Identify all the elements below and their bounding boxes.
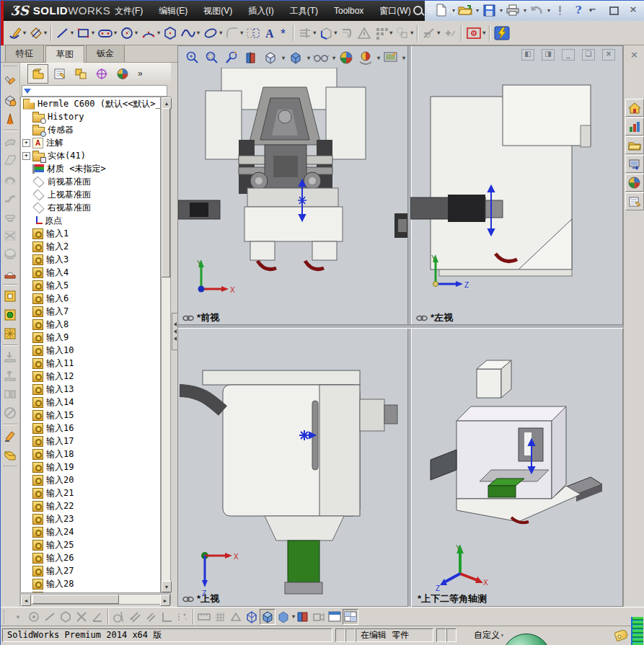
- tree-row[interactable]: 输入15: [21, 409, 160, 422]
- arc-tool-button[interactable]: ▾: [139, 24, 162, 43]
- tree-row[interactable]: 输入8: [21, 318, 160, 331]
- close-button[interactable]: ×: [627, 4, 639, 15]
- tree-horizontal-scrollbar[interactable]: ◄ ►: [20, 594, 171, 605]
- unfold-button[interactable]: [1, 348, 19, 365]
- snaps-dropdown-icon[interactable]: ▾: [482, 30, 485, 36]
- tab-sketch[interactable]: 草图: [45, 45, 84, 63]
- sketched-bend-button[interactable]: [1, 208, 19, 226]
- toolbar-grip[interactable]: [4, 610, 7, 624]
- open-button[interactable]: [457, 2, 473, 18]
- magnified-selection-button[interactable]: [223, 49, 240, 66]
- grid-button[interactable]: [212, 609, 228, 625]
- edit-appearance-button[interactable]: [338, 49, 355, 66]
- tree-vertical-scrollbar[interactable]: ▲ ▼: [161, 97, 171, 593]
- tree-row[interactable]: 输入6: [21, 292, 160, 305]
- menubar-item-5[interactable]: Toolbox: [327, 3, 371, 19]
- zoom-to-fit-button[interactable]: [184, 49, 201, 66]
- tree-row[interactable]: 输入3: [21, 253, 160, 266]
- slot-tool-button[interactable]: ▾: [96, 24, 118, 43]
- view-orientation-button[interactable]: [262, 49, 279, 66]
- wireframe-display-button[interactable]: [244, 609, 260, 625]
- mirror-entities-button[interactable]: [244, 24, 262, 43]
- section-view-button[interactable]: [242, 49, 260, 66]
- sketch-fillet-button[interactable]: ▾: [224, 24, 244, 43]
- base-flange-button[interactable]: [1, 92, 19, 109]
- forming-tool-button[interactable]: [1, 264, 19, 282]
- tree-row[interactable]: 输入2: [21, 240, 160, 253]
- feature-tree[interactable]: Hermle C600 (默认<<默认>_ History传感器+A注解+实体(…: [20, 97, 161, 593]
- no-bends-button[interactable]: [1, 404, 19, 422]
- rectangle-tool-button[interactable]: ▾: [75, 24, 96, 43]
- menubar-item-3[interactable]: 插入(I): [241, 2, 281, 20]
- camera-view-button[interactable]: [311, 609, 327, 625]
- tree-row[interactable]: 输入9: [21, 331, 160, 344]
- print-button[interactable]: [505, 2, 521, 18]
- graphics-area[interactable]: ▾ ▾ ▾ ▾ ▾ ◧ ◨ _ ❏ ×: [177, 45, 623, 607]
- undo-dropdown-icon[interactable]: ▾: [547, 7, 550, 14]
- tree-row[interactable]: 材质 <未指定>: [21, 162, 160, 175]
- move-dropdown-icon[interactable]: ▾: [410, 30, 413, 36]
- new-document-button[interactable]: [433, 2, 449, 18]
- rip-button[interactable]: [1, 427, 19, 445]
- point-tool-button[interactable]: *: [278, 24, 291, 43]
- rectangle-dropdown-icon[interactable]: ▾: [92, 30, 94, 36]
- simple-hole-button[interactable]: [1, 306, 19, 324]
- arc-dropdown-icon[interactable]: ▾: [157, 30, 160, 36]
- rebuild-button[interactable]: [552, 2, 568, 18]
- tree-row[interactable]: 输入28: [21, 577, 160, 590]
- sketch-warning-button[interactable]: [356, 24, 373, 43]
- sketch-dropdown-icon[interactable]: ▾: [23, 30, 26, 36]
- save-button[interactable]: [481, 2, 497, 18]
- expand-plus-icon[interactable]: +: [22, 152, 30, 160]
- scroll-left-button[interactable]: ◄: [21, 595, 31, 606]
- horizontal-relation-button[interactable]: [42, 609, 58, 625]
- jog-button[interactable]: [1, 190, 19, 207]
- tree-row[interactable]: 输入27: [21, 564, 160, 577]
- tree-filter-input[interactable]: [22, 85, 167, 97]
- corner-button[interactable]: [1, 246, 19, 263]
- appearances-button[interactable]: [625, 174, 644, 192]
- ellipse-dropdown-icon[interactable]: ▾: [219, 30, 222, 36]
- tree-row[interactable]: 输入19: [21, 461, 160, 473]
- midpoint-relation-button[interactable]: [175, 609, 190, 625]
- smart-dimension-button[interactable]: ▾: [27, 24, 48, 43]
- tree-row[interactable]: 输入10: [21, 344, 160, 357]
- collapse-left-pane-button[interactable]: ◧: [521, 49, 534, 61]
- displaymanager-tab-button[interactable]: [113, 65, 132, 83]
- linear-pattern-button[interactable]: ▾: [373, 24, 394, 43]
- collapse-right-pane-button[interactable]: ◨: [542, 49, 555, 61]
- tree-row[interactable]: 输入23: [21, 512, 160, 525]
- tree-row[interactable]: 传感器: [21, 123, 160, 136]
- move-entities-button[interactable]: ▾: [394, 24, 415, 43]
- menubar-item-6[interactable]: 窗口(W): [372, 2, 418, 20]
- polygon-tool-button[interactable]: [162, 24, 179, 43]
- task-pane-close-button[interactable]: ×: [627, 48, 642, 61]
- tangent-relation-button[interactable]: [111, 609, 127, 625]
- parallel-relation-button[interactable]: [127, 609, 143, 625]
- scroll-down-button[interactable]: ▼: [162, 581, 172, 592]
- quick-snaps-button[interactable]: ▾: [464, 24, 487, 43]
- corner-relief-button[interactable]: [1, 386, 19, 403]
- sketch-button[interactable]: ▾: [6, 24, 27, 43]
- line-dropdown-icon[interactable]: ▾: [71, 30, 74, 36]
- save-dropdown-icon[interactable]: ▾: [500, 7, 503, 14]
- single-view-button[interactable]: [327, 609, 343, 625]
- shaded-with-edges-button[interactable]: [260, 609, 275, 625]
- toolbar-grip[interactable]: [4, 66, 17, 69]
- tree-row[interactable]: +A注解: [21, 136, 160, 149]
- tree-row[interactable]: 前视基准面: [21, 175, 160, 188]
- display-style-dropdown-icon[interactable]: ▾: [307, 55, 310, 61]
- circle-tool-button[interactable]: ▾: [118, 24, 139, 43]
- tree-row[interactable]: 输入1: [21, 227, 160, 240]
- tree-row[interactable]: 输入18: [21, 448, 160, 461]
- tree-row[interactable]: 输入4: [21, 266, 160, 279]
- tree-root-row[interactable]: Hermle C600 (默认<<默认>_: [21, 97, 160, 110]
- horizontal-scroll-thumb[interactable]: [32, 595, 119, 604]
- spline-tool-button[interactable]: ▾: [179, 24, 201, 43]
- scroll-up-button[interactable]: ▲: [162, 97, 172, 109]
- tree-row[interactable]: 输入16: [21, 422, 160, 435]
- new-dropdown-icon[interactable]: ▾: [452, 7, 455, 14]
- zoom-to-area-button[interactable]: [203, 49, 221, 66]
- custom-properties-button[interactable]: [625, 192, 644, 210]
- tree-row[interactable]: 输入13: [21, 383, 160, 396]
